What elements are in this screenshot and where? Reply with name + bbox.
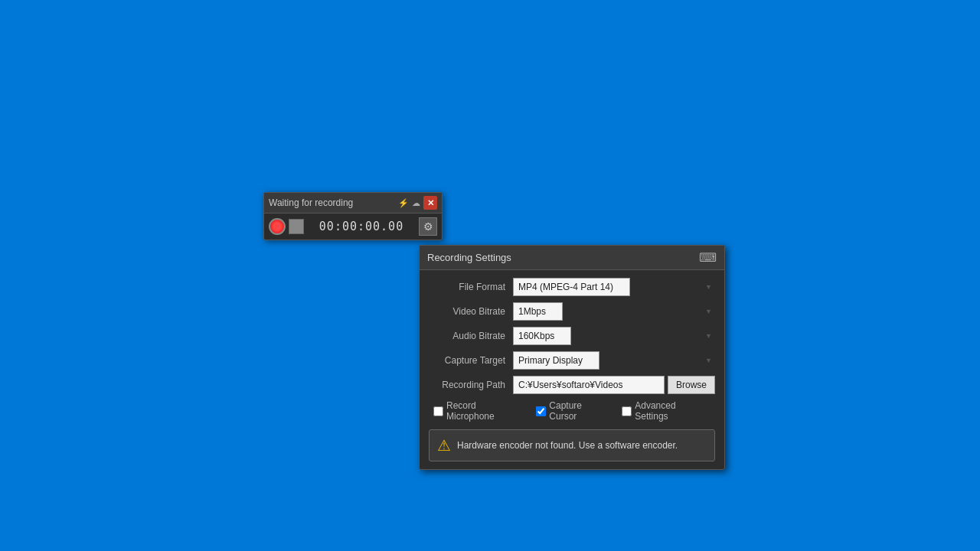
audio-bitrate-label: Audio Bitrate — [429, 331, 513, 341]
capture-target-select-wrapper: Primary Display — [513, 351, 715, 370]
toolbar-controls: 00:00:00.00 ⚙ — [264, 214, 442, 240]
warning-box: ⚠ Hardware encoder not found. Use a soft… — [429, 429, 715, 461]
settings-body: File Format MP4 (MPEG-4 Part 14) Video B… — [420, 270, 724, 469]
audio-bitrate-select[interactable]: 160Kbps — [513, 327, 571, 345]
settings-panel-title: Recording Settings — [427, 252, 511, 263]
toolbar-title: Waiting for recording — [269, 197, 353, 208]
recording-path-input[interactable] — [513, 376, 665, 394]
recording-toolbar: Waiting for recording ⚡ ☁ ✕ 00:00:00.00 … — [263, 192, 443, 240]
audio-bitrate-row: Audio Bitrate 160Kbps — [429, 327, 715, 345]
file-format-select[interactable]: MP4 (MPEG-4 Part 14) — [513, 278, 630, 296]
capture-cursor-label: Capture Cursor — [549, 400, 611, 422]
record-button[interactable] — [269, 218, 286, 235]
settings-titlebar: Recording Settings ⌨ — [420, 246, 724, 270]
record-microphone-checkbox[interactable] — [433, 406, 443, 416]
keyboard-icon: ⌨ — [699, 250, 717, 265]
capture-target-select[interactable]: Primary Display — [513, 351, 599, 370]
recording-path-row: Recording Path Browse — [429, 376, 715, 394]
toolbar-titlebar: Waiting for recording ⚡ ☁ ✕ — [264, 193, 442, 214]
capture-cursor-checkbox[interactable] — [536, 406, 546, 416]
video-bitrate-row: Video Bitrate 1Mbps — [429, 302, 715, 321]
video-bitrate-select-wrapper: 1Mbps — [513, 302, 715, 321]
recording-path-label: Recording Path — [429, 380, 513, 390]
toolbar-close-button[interactable]: ✕ — [423, 196, 437, 210]
file-format-row: File Format MP4 (MPEG-4 Part 14) — [429, 278, 715, 296]
cloud-icon[interactable]: ☁ — [412, 198, 420, 208]
warning-text: Hardware encoder not found. Use a softwa… — [457, 440, 678, 451]
capture-target-label: Capture Target — [429, 355, 513, 366]
toolbar-title-icons: ⚡ ☁ ✕ — [398, 196, 437, 210]
audio-bitrate-select-wrapper: 160Kbps — [513, 327, 715, 345]
record-microphone-checkbox-label[interactable]: Record Microphone — [433, 400, 525, 422]
checkboxes-row: Record Microphone Capture Cursor Advance… — [429, 400, 715, 422]
advanced-settings-checkbox[interactable] — [622, 406, 632, 416]
advanced-settings-checkbox-label[interactable]: Advanced Settings — [622, 400, 710, 422]
file-format-label: File Format — [429, 282, 513, 292]
timer-display: 00:00:00.00 — [307, 220, 416, 233]
record-microphone-label: Record Microphone — [446, 400, 525, 422]
video-bitrate-select[interactable]: 1Mbps — [513, 302, 563, 321]
browse-button[interactable]: Browse — [668, 376, 715, 394]
advanced-settings-label: Advanced Settings — [635, 400, 710, 422]
recording-settings-panel: Recording Settings ⌨ File Format MP4 (MP… — [419, 245, 725, 470]
video-bitrate-label: Video Bitrate — [429, 306, 513, 317]
lightning-icon[interactable]: ⚡ — [398, 198, 409, 208]
capture-cursor-checkbox-label[interactable]: Capture Cursor — [536, 400, 611, 422]
capture-target-row: Capture Target Primary Display — [429, 351, 715, 370]
file-format-select-wrapper: MP4 (MPEG-4 Part 14) — [513, 278, 715, 296]
stop-button[interactable] — [289, 219, 304, 234]
warning-icon: ⚠ — [437, 436, 451, 455]
toolbar-settings-button[interactable]: ⚙ — [419, 217, 437, 236]
